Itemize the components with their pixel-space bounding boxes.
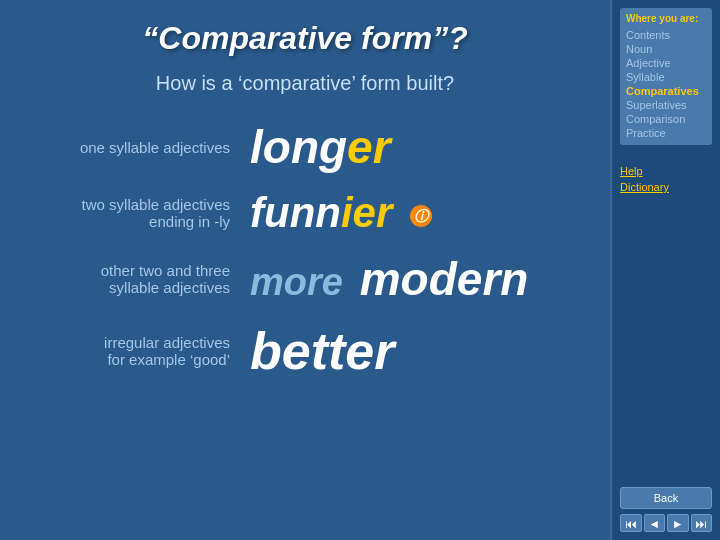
row-2: two syllable adjectivesending in -ly fun… <box>30 189 580 237</box>
nav-first-button[interactable]: ⏮ <box>620 514 642 532</box>
info-icon[interactable]: ⓘ <box>410 205 432 227</box>
nav-item-superlatives[interactable]: Superlatives <box>626 98 706 112</box>
nav-item-comparison[interactable]: Comparison <box>626 112 706 126</box>
label-3: other two and threesyllable adjectives <box>30 262 230 296</box>
example-longer: longer <box>250 120 391 174</box>
nav-item-comparatives[interactable]: Comparatives <box>626 84 706 98</box>
main-content: “Comparative form”? How is a ‘comparativ… <box>0 0 610 540</box>
page-subtitle: How is a ‘comparative’ form built? <box>30 72 580 95</box>
highlight-ier: ier <box>341 189 392 236</box>
nav-next-button[interactable]: ► <box>667 514 689 532</box>
nav-last-button[interactable]: ⏭ <box>691 514 713 532</box>
nav-prev-button[interactable]: ◄ <box>644 514 666 532</box>
where-label: Where you are: <box>626 13 706 24</box>
more-word: more <box>250 261 343 303</box>
nav-item-adjective[interactable]: Adjective <box>626 56 706 70</box>
nav-item-contents[interactable]: Contents <box>626 28 706 42</box>
nav-item-syllable[interactable]: Syllable <box>626 70 706 84</box>
label-2: two syllable adjectivesending in -ly <box>30 196 230 230</box>
sidebar: Where you are: ContentsNounAdjectiveSyll… <box>610 0 720 540</box>
row-1: one syllable adjectives longer <box>30 120 580 174</box>
nav-buttons: ⏮ ◄ ► ⏭ <box>620 514 712 532</box>
label-1: one syllable adjectives <box>30 139 230 156</box>
dictionary-link[interactable]: Dictionary <box>620 179 712 195</box>
back-section: Back ⏮ ◄ ► ⏭ <box>620 487 712 532</box>
example-more-modern: more modern <box>250 252 528 306</box>
sidebar-links: Help Dictionary <box>620 163 712 195</box>
nav-item-noun[interactable]: Noun <box>626 42 706 56</box>
nav-item-practice[interactable]: Practice <box>626 126 706 140</box>
where-you-are-box: Where you are: ContentsNounAdjectiveSyll… <box>620 8 712 145</box>
help-link[interactable]: Help <box>620 163 712 179</box>
nav-items-container: ContentsNounAdjectiveSyllableComparative… <box>626 28 706 140</box>
example-funnier: funnier ⓘ <box>250 189 432 237</box>
example-better: better <box>250 321 394 381</box>
back-button[interactable]: Back <box>620 487 712 509</box>
label-4: irregular adjectivesfor example ‘good’ <box>30 334 230 368</box>
row-3: other two and threesyllable adjectives m… <box>30 252 580 306</box>
page-title: “Comparative form”? <box>30 20 580 57</box>
highlight-er: er <box>347 121 390 173</box>
row-4: irregular adjectivesfor example ‘good’ b… <box>30 321 580 381</box>
